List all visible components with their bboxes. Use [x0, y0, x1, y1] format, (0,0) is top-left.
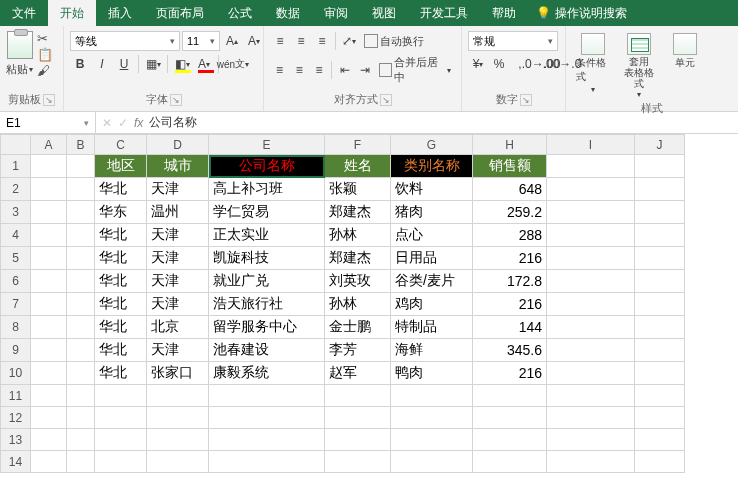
- cell-C11[interactable]: [95, 385, 147, 407]
- underline-button[interactable]: U: [114, 54, 134, 74]
- cell-C14[interactable]: [95, 451, 147, 473]
- cell-B6[interactable]: [67, 270, 95, 293]
- cell-G5[interactable]: 日用品: [391, 247, 473, 270]
- cell-F1[interactable]: 姓名: [325, 155, 391, 178]
- cell-I5[interactable]: [547, 247, 635, 270]
- bold-button[interactable]: B: [70, 54, 90, 74]
- row-header-14[interactable]: 14: [1, 451, 31, 473]
- cell-J11[interactable]: [635, 385, 685, 407]
- cell-G2[interactable]: 饮料: [391, 178, 473, 201]
- cell-D10[interactable]: 张家口: [147, 362, 209, 385]
- phonetic-button[interactable]: wén文▾: [223, 54, 243, 74]
- cell-G9[interactable]: 海鲜: [391, 339, 473, 362]
- cell-J2[interactable]: [635, 178, 685, 201]
- cell-A1[interactable]: [31, 155, 67, 178]
- cell-J8[interactable]: [635, 316, 685, 339]
- col-header-E[interactable]: E: [209, 135, 325, 155]
- cell-G4[interactable]: 点心: [391, 224, 473, 247]
- cell-D6[interactable]: 天津: [147, 270, 209, 293]
- tab-file[interactable]: 文件: [0, 0, 48, 26]
- tab-view[interactable]: 视图: [360, 0, 408, 26]
- cell-J9[interactable]: [635, 339, 685, 362]
- row-header-13[interactable]: 13: [1, 429, 31, 451]
- row-header-2[interactable]: 2: [1, 178, 31, 201]
- font-size-combo[interactable]: 11▾: [182, 31, 220, 51]
- cell-F14[interactable]: [325, 451, 391, 473]
- cell-C4[interactable]: 华北: [95, 224, 147, 247]
- cell-J3[interactable]: [635, 201, 685, 224]
- cell-H12[interactable]: [473, 407, 547, 429]
- cell-B8[interactable]: [67, 316, 95, 339]
- cell-H4[interactable]: 288: [473, 224, 547, 247]
- cell-E4[interactable]: 正太实业: [209, 224, 325, 247]
- row-header-8[interactable]: 8: [1, 316, 31, 339]
- cell-A10[interactable]: [31, 362, 67, 385]
- cell-F3[interactable]: 郑建杰: [325, 201, 391, 224]
- cell-E12[interactable]: [209, 407, 325, 429]
- cell-C9[interactable]: 华北: [95, 339, 147, 362]
- formula-input[interactable]: 公司名称: [149, 114, 197, 131]
- accounting-format-icon[interactable]: ¥▾: [468, 54, 488, 74]
- tab-formulas[interactable]: 公式: [216, 0, 264, 26]
- cell-B4[interactable]: [67, 224, 95, 247]
- cell-E14[interactable]: [209, 451, 325, 473]
- cell-F13[interactable]: [325, 429, 391, 451]
- cell-I10[interactable]: [547, 362, 635, 385]
- paste-button[interactable]: 粘贴▾: [6, 62, 33, 77]
- cell-A11[interactable]: [31, 385, 67, 407]
- cell-I14[interactable]: [547, 451, 635, 473]
- row-header-6[interactable]: 6: [1, 270, 31, 293]
- cell-E10[interactable]: 康毅系统: [209, 362, 325, 385]
- cell-H3[interactable]: 259.2: [473, 201, 547, 224]
- col-header-H[interactable]: H: [473, 135, 547, 155]
- cell-B1[interactable]: [67, 155, 95, 178]
- percent-format-icon[interactable]: %: [489, 54, 509, 74]
- cell-H8[interactable]: 144: [473, 316, 547, 339]
- cell-F4[interactable]: 孙林: [325, 224, 391, 247]
- cell-F11[interactable]: [325, 385, 391, 407]
- cell-G12[interactable]: [391, 407, 473, 429]
- cell-H13[interactable]: [473, 429, 547, 451]
- cell-E8[interactable]: 留学服务中心: [209, 316, 325, 339]
- cell-C12[interactable]: [95, 407, 147, 429]
- cell-D9[interactable]: 天津: [147, 339, 209, 362]
- cell-E2[interactable]: 高上补习班: [209, 178, 325, 201]
- cell-I7[interactable]: [547, 293, 635, 316]
- cell-C10[interactable]: 华北: [95, 362, 147, 385]
- row-header-9[interactable]: 9: [1, 339, 31, 362]
- col-header-C[interactable]: C: [95, 135, 147, 155]
- cell-J5[interactable]: [635, 247, 685, 270]
- cell-C13[interactable]: [95, 429, 147, 451]
- cell-I4[interactable]: [547, 224, 635, 247]
- border-button[interactable]: ▦▾: [143, 54, 163, 74]
- col-header-B[interactable]: B: [67, 135, 95, 155]
- row-header-4[interactable]: 4: [1, 224, 31, 247]
- decrease-font-icon[interactable]: A▾: [244, 31, 264, 51]
- cell-H5[interactable]: 216: [473, 247, 547, 270]
- tab-help[interactable]: 帮助: [480, 0, 528, 26]
- col-header-I[interactable]: I: [547, 135, 635, 155]
- cell-D2[interactable]: 天津: [147, 178, 209, 201]
- col-header-F[interactable]: F: [325, 135, 391, 155]
- cell-D4[interactable]: 天津: [147, 224, 209, 247]
- align-right-icon[interactable]: ≡: [310, 60, 329, 80]
- cell-B2[interactable]: [67, 178, 95, 201]
- cell-I2[interactable]: [547, 178, 635, 201]
- cell-B13[interactable]: [67, 429, 95, 451]
- cell-B5[interactable]: [67, 247, 95, 270]
- format-as-table-button[interactable]: 套用 表格格式▾: [618, 31, 660, 101]
- fx-icon[interactable]: fx: [134, 116, 143, 130]
- cell-F7[interactable]: 孙林: [325, 293, 391, 316]
- cell-A4[interactable]: [31, 224, 67, 247]
- cell-A5[interactable]: [31, 247, 67, 270]
- format-painter-icon[interactable]: 🖌: [37, 63, 53, 78]
- col-header-D[interactable]: D: [147, 135, 209, 155]
- cancel-formula-icon[interactable]: ✕: [102, 116, 112, 130]
- align-launcher[interactable]: ↘: [380, 94, 392, 106]
- clipboard-launcher[interactable]: ↘: [43, 94, 55, 106]
- cell-D3[interactable]: 温州: [147, 201, 209, 224]
- cell-J10[interactable]: [635, 362, 685, 385]
- cell-J12[interactable]: [635, 407, 685, 429]
- cell-G7[interactable]: 鸡肉: [391, 293, 473, 316]
- cell-D13[interactable]: [147, 429, 209, 451]
